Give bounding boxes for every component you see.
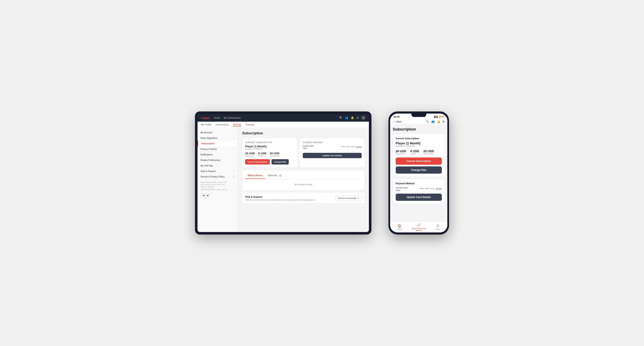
tab-tutorials[interactable]: Tutorials: [246, 123, 254, 126]
sidebar-item-data-integrations[interactable]: Data Integrations ›: [198, 135, 238, 141]
visit-community-button[interactable]: Visit Our Community ↗: [335, 195, 362, 201]
external-link-icon: ↗: [233, 170, 235, 172]
tablet-device: clippd Home My Performance 🔍 👥 🔔 ⊕ A My …: [195, 111, 372, 235]
cancel-subscription-button[interactable]: Cancel Subscription: [245, 159, 270, 165]
signal-icon: ▌▌▌: [434, 116, 438, 118]
plan-name: Player (1 Month): [245, 145, 294, 148]
phone-plan-name: Player (1 Month): [396, 141, 442, 145]
amount-due-block: 20 USD Amount due: [270, 152, 280, 157]
phone-subscription-card: Current Subscription Player (1 Month) Re…: [393, 134, 445, 176]
base-price-label: Base price: [245, 155, 255, 157]
phone-base-price: 20 USD Base price: [396, 150, 406, 155]
bell-icon[interactable]: 🔔: [437, 120, 440, 123]
current-subscription-card: Current Subscription Player (1 Month) Re…: [242, 138, 297, 168]
phone-device: 10:43 ▌▌▌ 📶 85 ‹ < Back 🔍 👥 🔔 ⊕ Subscrip…: [388, 111, 449, 235]
billing-section: Billing History Referrals 0 No Invoices …: [242, 171, 365, 190]
phone-nav-home[interactable]: 🏠 Home: [390, 224, 409, 230]
change-plan-button[interactable]: Change Plan: [272, 159, 289, 165]
help-title: Help & Support: [245, 195, 316, 198]
credit-value: 0 USD: [258, 152, 266, 155]
phone-credit: 0 USD Credit: [410, 150, 419, 155]
language-dropdown[interactable]: EN: [200, 193, 210, 197]
settings-sidebar: My Account › Data Integrations › Subscri…: [198, 128, 238, 232]
base-price-value: 20 USD: [245, 152, 255, 155]
phone-payment-card: Payment Method Credit Card Visa **** ***…: [393, 179, 445, 204]
nav-my-performance[interactable]: My Performance: [224, 117, 241, 119]
phone-payment-row: Credit Card Visa **** **** **** 4242: [396, 186, 442, 191]
avatar[interactable]: A: [361, 116, 366, 120]
search-icon[interactable]: 🔍: [339, 116, 342, 119]
search-icon[interactable]: 🔍: [426, 120, 429, 123]
tablet-sub-nav: My Profile Connections Settings Tutorial…: [198, 122, 369, 128]
phone-card-type-block: Credit Card Visa: [396, 186, 408, 191]
chevron-icon: ›: [234, 165, 235, 167]
card-type: Credit Card: [303, 145, 314, 147]
tablet-top-nav: clippd Home My Performance 🔍 👥 🔔 ⊕ A: [198, 114, 369, 122]
sidebar-item-service-privacy-policy[interactable]: Service & Privacy Policy ↗: [198, 174, 238, 179]
phone-bottom-nav: 🏠 Home 📈 My Performance ☰ Menu: [390, 221, 447, 232]
tablet-screen: clippd Home My Performance 🔍 👥 🔔 ⊕ A My …: [198, 114, 369, 232]
sidebar-item-privacy-controls[interactable]: Privacy Controls ›: [198, 146, 238, 152]
external-link-icon: ↗: [357, 197, 359, 199]
add-icon[interactable]: ⊕: [442, 120, 445, 123]
help-text: Help & Support Visit the Clippd Communit…: [245, 195, 316, 201]
phone-header: ‹ < Back 🔍 👥 🔔 ⊕: [390, 119, 447, 124]
help-description: Visit the Clippd Community to troublesho…: [245, 199, 316, 201]
phone-cancel-subscription-button[interactable]: Cancel Subscription: [396, 158, 442, 165]
payment-type-block: Credit Card Visa: [303, 145, 314, 150]
chevron-icon: ›: [234, 148, 235, 150]
bell-icon[interactable]: 🔔: [351, 116, 354, 119]
nav-home[interactable]: Home: [214, 117, 220, 119]
credit-block: 0 USD Credit: [258, 152, 266, 157]
tab-settings[interactable]: Settings: [233, 123, 241, 127]
home-icon: 🏠: [398, 224, 402, 228]
phone-card-type: Credit Card: [396, 186, 408, 189]
amount-due-value: 20 USD: [270, 152, 280, 155]
tab-my-profile[interactable]: My Profile: [201, 123, 211, 126]
phone-nav-my-performance[interactable]: 📈 My Performance: [409, 223, 428, 231]
users-icon[interactable]: 👥: [432, 120, 435, 123]
no-invoices-message: No Invoices Found: [245, 181, 362, 188]
chevron-icon: ›: [234, 159, 235, 161]
phone-masked-number: **** **** **** 4242: [420, 188, 442, 190]
chevron-icon: ›: [234, 154, 235, 156]
sidebar-item-help-support[interactable]: Help & Support ↗: [198, 168, 238, 174]
tab-referrals[interactable]: Referrals 0: [265, 173, 284, 179]
tab-connections[interactable]: Connections: [216, 123, 228, 126]
sidebar-item-notifications[interactable]: Notifications ›: [198, 152, 238, 157]
sidebar-item-display-preferences[interactable]: Display Preferences ›: [198, 157, 238, 163]
add-icon[interactable]: ⊕: [356, 116, 359, 119]
phone-current-sub-label: Current Subscription: [396, 137, 442, 140]
subscription-actions: Cancel Subscription Change Plan: [245, 159, 294, 165]
payment-method-label: Payment Method: [303, 141, 362, 144]
phone-screen: 10:43 ▌▌▌ 📶 85 ‹ < Back 🔍 👥 🔔 ⊕ Subscrip…: [390, 114, 447, 232]
users-icon[interactable]: 👥: [345, 116, 348, 119]
wifi-icon: 📶: [439, 116, 441, 118]
nav-links: Home My Performance: [214, 117, 241, 119]
update-card-button[interactable]: Update Card Details: [303, 153, 362, 158]
sidebar-item-my-golf-bag[interactable]: My Golf Bag ›: [198, 163, 238, 168]
sidebar-item-subscription[interactable]: Subscription ›: [198, 141, 238, 146]
back-button[interactable]: ‹ < Back: [393, 120, 402, 123]
chevron-icon: ›: [234, 131, 235, 134]
phone-notch: [412, 114, 426, 117]
phone-change-plan-button[interactable]: Change Plan: [396, 167, 442, 174]
phone-plan-renew: Renews on 25/07/23: [396, 145, 442, 147]
card-brand: Visa: [303, 147, 314, 150]
plan-renew-date: Renews on 25/07/23: [245, 148, 294, 150]
phone-nav-menu[interactable]: ☰ Menu: [428, 224, 447, 230]
phone-time: 10:43: [394, 116, 400, 118]
back-chevron-icon: ‹: [393, 120, 394, 123]
app-logo: clippd: [201, 116, 210, 120]
language-selector[interactable]: EN: [198, 192, 238, 198]
tab-billing-history[interactable]: Billing History: [245, 173, 265, 179]
payment-method-card: Payment Method Credit Card Visa **** ***…: [300, 138, 365, 168]
base-price-block: 20 USD Base price: [245, 152, 255, 157]
referrals-badge: 0: [278, 174, 282, 177]
tablet-content: My Account › Data Integrations › Subscri…: [198, 128, 369, 232]
chevron-icon: ›: [234, 137, 235, 139]
plan-amounts: 20 USD Base price 0 USD Credit 20 USD Am…: [245, 152, 294, 157]
card-masked-number: **** **** **** 4242: [341, 146, 362, 148]
phone-update-card-button[interactable]: Update Card Details: [396, 193, 442, 201]
sidebar-item-my-account[interactable]: My Account ›: [198, 130, 238, 135]
